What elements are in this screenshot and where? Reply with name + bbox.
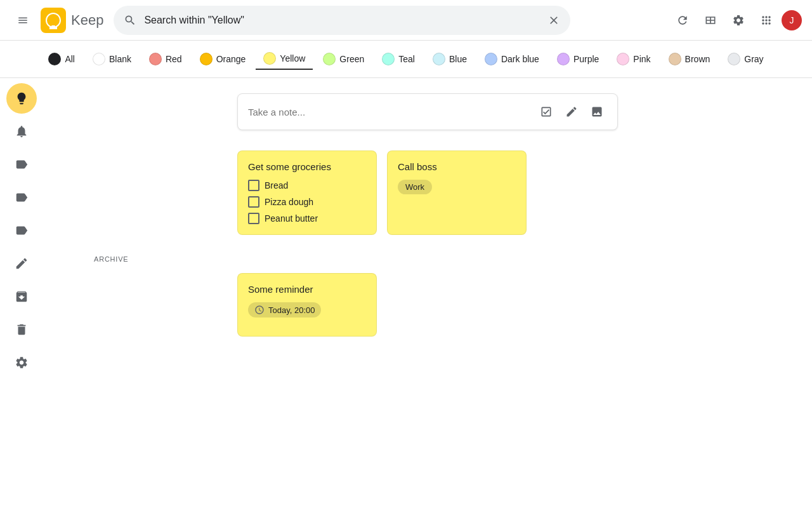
color-dot-orange <box>200 53 213 65</box>
sidebar-item-edit-labels[interactable] <box>6 248 37 279</box>
archive-label: ARCHIVE <box>94 255 761 263</box>
sidebar-item-notes[interactable] <box>6 83 37 114</box>
checklist-label-pizza: Pizza dough <box>265 197 313 207</box>
color-filter-label-all: All <box>65 54 75 64</box>
menu-button[interactable] <box>10 8 36 33</box>
checkbox-pizza[interactable] <box>248 196 259 208</box>
color-dot-teal <box>382 53 395 65</box>
keep-logo-icon <box>41 8 66 33</box>
notes-grid: Get some groceries Bread Pizza dough Pea… <box>237 150 618 235</box>
checkbox-icon <box>540 105 553 118</box>
note-title-groceries: Get some groceries <box>248 161 366 172</box>
close-icon <box>547 14 560 27</box>
color-filter-label-pink: Pink <box>633 54 650 64</box>
refresh-icon <box>676 14 689 27</box>
reminder-time: Today, 20:00 <box>268 305 315 315</box>
archive-notes-grid: Some reminder Today, 20:00 <box>237 273 618 337</box>
take-note-checkbox-button[interactable] <box>536 102 556 122</box>
reminder-chip[interactable]: Today, 20:00 <box>248 302 321 318</box>
checklist-item-bread: Bread <box>248 180 366 191</box>
take-note-input[interactable] <box>248 107 531 117</box>
color-filter-blank[interactable]: Blank <box>85 49 139 69</box>
color-dot-dark_blue <box>485 53 497 65</box>
header: Keep <box>0 0 812 41</box>
checkbox-bread[interactable] <box>248 180 259 191</box>
color-filter-dark_blue[interactable]: Dark blue <box>477 49 547 69</box>
take-note-pencil-button[interactable] <box>561 102 582 122</box>
color-filter-label-dark_blue: Dark blue <box>501 54 539 64</box>
color-filter-green[interactable]: Green <box>315 49 372 69</box>
color-filter-label-teal: Teal <box>398 54 415 64</box>
settings-button[interactable] <box>726 8 751 33</box>
sidebar-item-label1[interactable] <box>6 149 37 180</box>
sidebar-item-settings[interactable] <box>6 347 37 378</box>
bell-icon <box>15 124 29 138</box>
color-filter-red[interactable]: Red <box>141 49 190 69</box>
grid-icon <box>704 14 717 27</box>
color-dot-brown <box>669 53 681 65</box>
apps-button[interactable] <box>754 8 779 33</box>
color-filter-label-brown: Brown <box>685 54 710 64</box>
color-filter-purple[interactable]: Purple <box>549 49 606 69</box>
svg-rect-1 <box>51 25 55 29</box>
color-filter-all[interactable]: All <box>41 49 82 69</box>
note-card-groceries[interactable]: Get some groceries Bread Pizza dough Pea… <box>237 150 377 235</box>
note-card-reminder[interactable]: Some reminder Today, 20:00 <box>237 273 377 337</box>
search-clear-button[interactable] <box>547 14 560 27</box>
checklist-label-bread: Bread <box>265 180 288 190</box>
color-dot-pink <box>617 53 629 65</box>
settings-icon <box>15 356 29 370</box>
color-filter-bar: AllBlankRedOrangeYellowGreenTealBlueDark… <box>0 41 812 78</box>
color-filter-brown[interactable]: Brown <box>661 49 718 69</box>
header-actions: J <box>670 8 802 33</box>
color-dot-blue <box>433 53 445 65</box>
color-filter-blue[interactable]: Blue <box>425 49 475 69</box>
color-filter-teal[interactable]: Teal <box>374 49 422 69</box>
avatar[interactable]: J <box>782 10 802 30</box>
checkbox-peanut[interactable] <box>248 213 259 224</box>
sidebar-item-label3[interactable] <box>6 215 37 246</box>
search-input[interactable] <box>144 15 540 26</box>
clock-icon <box>254 305 265 315</box>
trash-icon <box>15 323 29 337</box>
lightbulb-icon <box>15 91 29 105</box>
content: Get some groceries Bread Pizza dough Pea… <box>43 78 812 508</box>
color-filter-yellow[interactable]: Yellow <box>256 48 313 70</box>
color-filter-orange[interactable]: Orange <box>192 49 254 69</box>
color-dot-green <box>323 53 336 65</box>
layout-button[interactable] <box>698 8 723 33</box>
color-filter-label-gray: Gray <box>744 54 763 64</box>
note-card-call-boss[interactable]: Call boss Work <box>387 150 527 235</box>
take-note-image-button[interactable] <box>587 102 607 122</box>
color-filter-gray[interactable]: Gray <box>720 49 771 69</box>
color-filter-label-blue: Blue <box>449 54 467 64</box>
refresh-button[interactable] <box>670 8 695 33</box>
label-icon-2 <box>15 190 29 204</box>
image-icon <box>591 105 603 118</box>
sidebar-item-reminders[interactable] <box>6 116 37 147</box>
sidebar <box>0 78 43 508</box>
note-title-call-boss: Call boss <box>398 161 516 172</box>
archive-icon <box>15 290 29 304</box>
color-filter-pink[interactable]: Pink <box>609 49 658 69</box>
logo-area[interactable]: Keep <box>41 8 103 33</box>
sidebar-item-label2[interactable] <box>6 182 37 213</box>
take-note-bar <box>237 93 618 130</box>
note-title-reminder: Some reminder <box>248 284 366 295</box>
color-dot-red <box>149 53 162 65</box>
gear-icon <box>732 14 745 27</box>
color-filter-label-yellow: Yellow <box>280 53 305 64</box>
color-filter-label-orange: Orange <box>216 54 246 64</box>
label-icon-1 <box>15 157 29 171</box>
sidebar-item-archive[interactable] <box>6 281 37 312</box>
pencil-icon <box>565 105 578 118</box>
sidebar-item-trash[interactable] <box>6 314 37 345</box>
main-layout: Get some groceries Bread Pizza dough Pea… <box>0 78 812 508</box>
color-dot-blank <box>93 53 105 65</box>
note-tag-work[interactable]: Work <box>398 180 432 194</box>
color-filter-label-purple: Purple <box>573 54 599 64</box>
checklist-item-pizza: Pizza dough <box>248 196 366 208</box>
app-title: Keep <box>71 12 103 29</box>
search-bar <box>114 6 570 35</box>
note-checklist-groceries: Bread Pizza dough Peanut butter <box>248 180 366 224</box>
